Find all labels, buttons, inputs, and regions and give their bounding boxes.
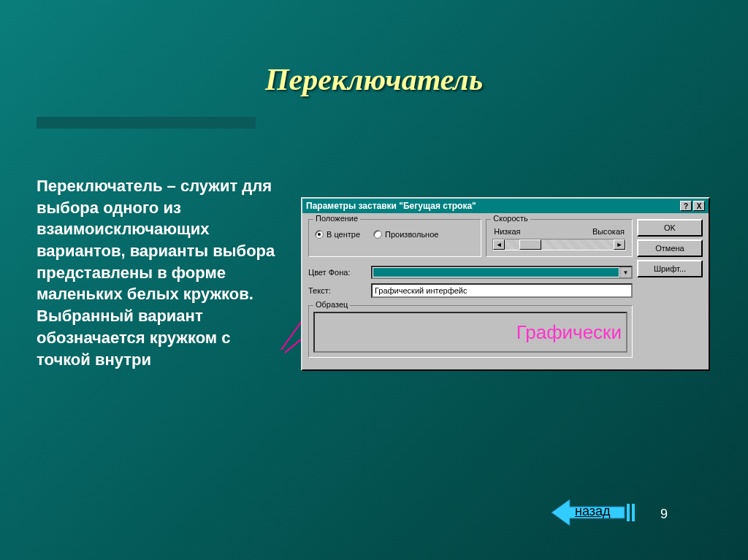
speed-groupbox: Скорость Низкая Высокая ◄ ► xyxy=(486,219,633,257)
help-button[interactable]: ? xyxy=(680,201,692,211)
body-text: Переключатель – служит для выбора одного… xyxy=(37,175,278,370)
dialog-titlebar[interactable]: Параметры заставки "Бегущая строка" ? X xyxy=(302,199,709,213)
back-label: назад xyxy=(575,504,611,519)
radio-center[interactable]: В центре xyxy=(315,229,360,239)
speed-low-label: Низкая xyxy=(494,227,520,236)
ok-button[interactable]: OK xyxy=(637,219,703,237)
bgcolor-label: Цвет Фона: xyxy=(308,268,365,277)
close-button[interactable]: X xyxy=(693,201,705,211)
slider-thumb[interactable] xyxy=(519,239,541,250)
text-input[interactable] xyxy=(371,283,633,298)
slider-left-arrow-icon[interactable]: ◄ xyxy=(493,239,505,250)
text-label: Текст: xyxy=(308,286,365,295)
sample-preview: Графически xyxy=(313,312,627,353)
body-term: Переключатель xyxy=(37,177,162,195)
cancel-button[interactable]: Отмена xyxy=(637,239,703,257)
back-nav[interactable]: назад xyxy=(552,498,639,527)
title-underline xyxy=(37,117,256,129)
slide-title: Переключатель xyxy=(0,0,748,97)
sample-group-title: Образец xyxy=(313,300,350,309)
slider-right-arrow-icon[interactable]: ► xyxy=(614,239,625,250)
color-swatch xyxy=(373,268,619,277)
radio-random-label: Произвольное xyxy=(385,230,438,239)
slider-trough[interactable] xyxy=(505,239,614,250)
sample-text: Графически xyxy=(516,321,622,344)
radio-random[interactable]: Произвольное xyxy=(373,229,438,239)
position-groupbox: Положение В центре Произвольное xyxy=(308,219,481,257)
dialog-title: Параметры заставки "Бегущая строка" xyxy=(306,201,680,211)
radio-center-label: В центре xyxy=(327,230,360,239)
combo-chevron-icon[interactable]: ▼ xyxy=(619,267,631,277)
radio-icon xyxy=(373,230,382,239)
screensaver-dialog: Параметры заставки "Бегущая строка" ? X … xyxy=(301,197,710,371)
speed-high-label: Высокая xyxy=(592,227,625,236)
body-rest: – служит для выбора одного из взаимоискл… xyxy=(37,177,275,369)
bgcolor-combo[interactable]: ▼ xyxy=(371,266,633,279)
speed-group-title: Скорость xyxy=(491,214,530,223)
page-number: 9 xyxy=(660,507,668,522)
speed-slider[interactable]: ◄ ► xyxy=(492,239,626,250)
font-button[interactable]: Шрифт... xyxy=(637,260,703,277)
radio-icon xyxy=(315,230,324,239)
position-group-title: Положение xyxy=(313,214,360,223)
sample-groupbox: Образец Графически xyxy=(308,305,633,358)
